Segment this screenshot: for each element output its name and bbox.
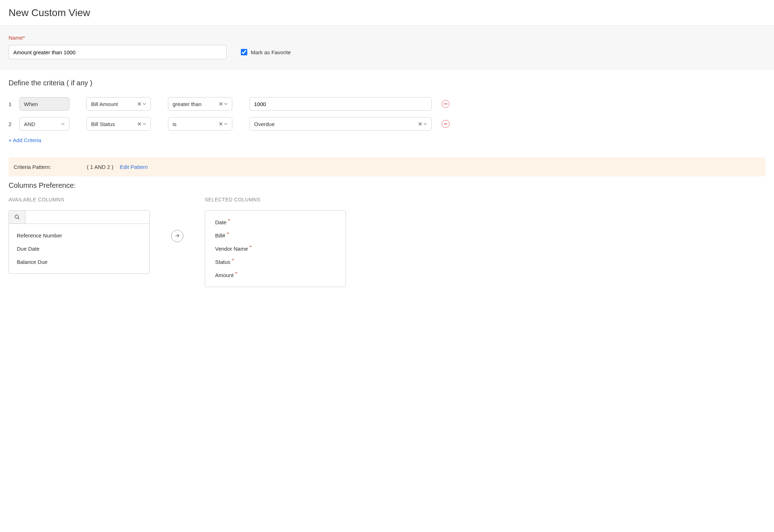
mandatory-indicator-icon: ** [227, 232, 229, 236]
criteria-row: 2ANDBill StatusisOverdue [9, 117, 765, 131]
svg-point-10 [15, 215, 18, 218]
available-column-item[interactable]: Due Date [9, 242, 149, 255]
page-title: New Custom View [0, 0, 774, 25]
selected-column-item[interactable]: Bill#** [205, 229, 346, 242]
svg-line-11 [18, 218, 19, 219]
selected-column-item[interactable]: Vendor Name** [205, 242, 346, 255]
chevron-down-icon [61, 122, 65, 126]
selected-column-name: Status [215, 259, 230, 265]
criteria-value-input[interactable] [254, 101, 427, 107]
selected-column-name: Vendor Name [215, 246, 248, 252]
criteria-when-box: When [19, 97, 69, 111]
criteria-pattern-bar: Criteria Pattern: ( 1 AND 2 ) Edit Patte… [9, 157, 765, 176]
criteria-row: 1WhenBill Amountgreater than [9, 97, 765, 111]
chevron-down-icon [224, 102, 228, 106]
criteria-conjunction-select[interactable]: AND [19, 117, 69, 131]
clear-icon[interactable] [219, 102, 223, 106]
available-columns-label: AVAILABLE COLUMNS [9, 197, 150, 202]
selected-column-item[interactable]: Status** [205, 255, 346, 268]
clear-icon[interactable] [138, 102, 141, 106]
selected-column-name: Amount [215, 272, 234, 278]
chevron-down-icon [143, 122, 146, 126]
minus-icon [444, 124, 447, 124]
selected-column-item[interactable]: Date** [205, 216, 346, 229]
available-columns-search-input[interactable] [25, 211, 149, 224]
mandatory-indicator-icon: ** [235, 272, 237, 276]
mark-favorite-label: Mark as Favorite [251, 49, 291, 55]
columns-area: AVAILABLE COLUMNS Reference NumberDue Da… [0, 197, 774, 287]
criteria-heading: Define the criteria ( if any ) [9, 79, 765, 87]
clear-icon[interactable] [138, 122, 141, 126]
criteria-value-input-wrap [249, 97, 432, 111]
name-label: Name* [9, 35, 227, 41]
selected-column-item[interactable]: Amount** [205, 268, 346, 282]
name-section: Name* Mark as Favorite [0, 25, 774, 70]
minus-icon [444, 104, 447, 104]
mandatory-indicator-icon: ** [232, 259, 234, 262]
mark-favorite-checkbox[interactable] [241, 49, 247, 55]
chevron-down-icon [224, 122, 228, 126]
columns-preference-heading: Columns Preference: [0, 181, 774, 197]
criteria-field-select[interactable]: Bill Status [86, 117, 151, 131]
arrow-right-icon [174, 233, 180, 240]
criteria-row-index: 1 [9, 101, 16, 107]
name-input[interactable] [9, 45, 227, 59]
available-column-item[interactable]: Reference Number [9, 229, 149, 242]
remove-criteria-button[interactable] [442, 100, 450, 108]
criteria-operator-select[interactable]: greater than [168, 97, 232, 111]
criteria-operator-select[interactable]: is [168, 117, 232, 131]
chevron-down-icon [423, 122, 427, 126]
criteria-section: Define the criteria ( if any ) 1WhenBill… [0, 70, 774, 147]
selected-columns-label: SELECTED COLUMNS [205, 197, 346, 202]
remove-criteria-button[interactable] [442, 120, 450, 128]
search-icon [9, 211, 25, 224]
available-column-item[interactable]: Balance Due [9, 255, 149, 268]
selected-column-name: Bill# [215, 232, 225, 239]
clear-icon[interactable] [418, 122, 422, 126]
criteria-pattern-value: ( 1 AND 2 ) [87, 164, 113, 170]
mandatory-indicator-icon: ** [228, 219, 230, 223]
criteria-field-select[interactable]: Bill Amount [86, 97, 151, 111]
mandatory-indicator-icon: ** [249, 245, 252, 249]
edit-pattern-link[interactable]: Edit Pattern [120, 164, 148, 170]
criteria-row-index: 2 [9, 121, 16, 127]
criteria-value-select[interactable]: Overdue [249, 117, 432, 131]
transfer-right-button[interactable] [171, 230, 183, 242]
available-columns-box: Reference NumberDue DateBalance Due [9, 210, 150, 274]
selected-column-name: Date [215, 219, 227, 225]
clear-icon[interactable] [219, 122, 223, 126]
criteria-pattern-label: Criteria Pattern: [14, 164, 51, 170]
chevron-down-icon [143, 102, 146, 106]
add-criteria-link[interactable]: + Add Criteria [9, 137, 765, 143]
selected-columns-box: Date**Bill#**Vendor Name**Status**Amount… [205, 210, 346, 287]
